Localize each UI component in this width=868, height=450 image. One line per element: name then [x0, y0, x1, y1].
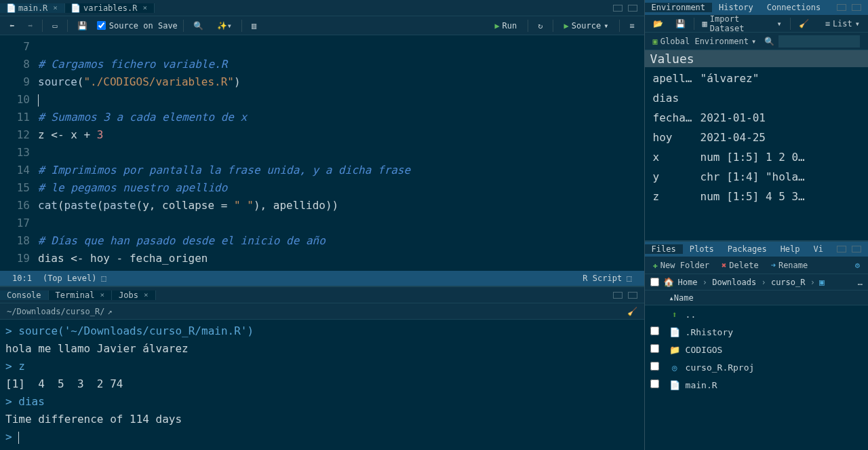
- outline-button[interactable]: ≡: [625, 20, 638, 32]
- source-icon: ▶: [564, 21, 569, 31]
- forward-button[interactable]: ➡: [24, 20, 37, 32]
- source-button[interactable]: ▶ Source ▾: [559, 20, 614, 32]
- chevron-down-icon: ▾: [604, 21, 608, 31]
- env-variable-row[interactable]: ychr [1:4] "hola…: [645, 167, 868, 187]
- console-tab[interactable]: Jobs×: [112, 290, 156, 300]
- rerun-button[interactable]: ↻: [534, 20, 547, 32]
- sort-icon[interactable]: ▴: [669, 293, 674, 303]
- console-output[interactable]: > source('~/Downloads/curso_R/main.R')ho…: [0, 320, 644, 450]
- name-column-header[interactable]: Name: [674, 293, 694, 303]
- load-workspace-button[interactable]: 📂: [649, 18, 667, 30]
- environment-search-input[interactable]: [778, 35, 860, 48]
- select-all-checkbox[interactable]: [650, 278, 659, 286]
- file-row[interactable]: 📄main.R: [645, 376, 868, 394]
- scope-selector[interactable]: ▣ Global Environment ▾: [649, 35, 761, 48]
- breadcrumb-item[interactable]: Home: [678, 278, 698, 287]
- files-panel-tab[interactable]: Files: [645, 244, 683, 254]
- file-row[interactable]: 📄.Rhistory: [645, 323, 868, 341]
- editor-window-controls: [606, 5, 644, 12]
- delete-button[interactable]: ✖ Delete: [717, 259, 763, 271]
- console-tab[interactable]: Console: [0, 290, 49, 300]
- breadcrumb-item[interactable]: Downloads: [712, 278, 756, 287]
- file-list[interactable]: ⬆..📄.Rhistory📁CODIGOS◎curso_R.Rproj📄main…: [645, 305, 868, 450]
- file-checkbox[interactable]: [650, 326, 659, 335]
- code-editor[interactable]: 78910111213141516171819 # Cargamos fiche…: [0, 35, 644, 271]
- env-variable-row[interactable]: dias: [645, 88, 868, 108]
- env-variable-row[interactable]: xnum [1:5] 1 2 0…: [645, 147, 868, 167]
- popup-icon[interactable]: ↗: [108, 307, 113, 316]
- files-panel-tab[interactable]: Plots: [683, 244, 721, 254]
- notebook-button[interactable]: ▥: [248, 20, 260, 32]
- breadcrumb-item[interactable]: curso_R: [771, 278, 806, 287]
- editor-tab[interactable]: 📄main.R×: [0, 3, 65, 13]
- console-window-controls: [606, 292, 644, 299]
- editor-status-bar: 10:1 (Top Level) ⬚ R Script ⬚: [0, 271, 644, 286]
- file-checkbox[interactable]: [650, 344, 659, 353]
- back-button[interactable]: ⬅: [5, 20, 18, 32]
- file-row[interactable]: 📁CODIGOS: [645, 341, 868, 358]
- env-var-name: x: [653, 147, 701, 167]
- minimize-icon[interactable]: [613, 5, 623, 12]
- file-name: CODIGOS: [686, 345, 723, 355]
- env-var-name: z: [653, 187, 701, 206]
- console-working-dir[interactable]: ~/Downloads/curso_R/: [7, 307, 105, 316]
- home-icon[interactable]: 🏠: [663, 277, 674, 287]
- file-checkbox[interactable]: [650, 362, 659, 371]
- minimize-icon[interactable]: [837, 4, 846, 11]
- env-tab[interactable]: History: [712, 3, 760, 12]
- env-var-name: apell…: [653, 69, 701, 88]
- env-tab[interactable]: Connections: [760, 3, 827, 12]
- editor-tab-bar: 📄main.R×📄variables.R×: [0, 0, 644, 16]
- maximize-icon[interactable]: [852, 246, 861, 252]
- code-content[interactable]: # Cargamos fichero variable.Rsource("./C…: [38, 35, 644, 271]
- save-button[interactable]: 💾: [73, 20, 92, 32]
- source-on-save-checkbox[interactable]: Source on Save: [97, 21, 178, 31]
- minimize-icon[interactable]: [837, 246, 846, 252]
- environment-list[interactable]: apell…"álvarez"diasfecha…2021-01-01hoy20…: [645, 67, 868, 240]
- save-workspace-button[interactable]: 💾: [671, 18, 690, 30]
- file-row[interactable]: ◎curso_R.Rproj: [645, 358, 868, 376]
- ellipsis-button[interactable]: …: [858, 278, 863, 287]
- rename-button[interactable]: ➜ Rename: [767, 259, 812, 271]
- clear-env-button[interactable]: 🧹: [795, 18, 813, 30]
- import-dataset-button[interactable]: ▦ Import Dataset ▾: [698, 13, 786, 35]
- close-tab-icon[interactable]: ×: [144, 290, 149, 299]
- chevron-down-icon: ▾: [776, 19, 781, 29]
- files-panel-tab[interactable]: Packages: [721, 244, 774, 254]
- file-name: main.R: [686, 380, 717, 390]
- maximize-icon[interactable]: [852, 4, 861, 11]
- console-tab[interactable]: Terminal×: [49, 290, 112, 300]
- wand-button[interactable]: ✨▾: [213, 20, 236, 32]
- editor-tab[interactable]: 📄variables.R×: [65, 3, 155, 13]
- new-folder-button[interactable]: ✚ New Folder: [649, 259, 713, 271]
- run-icon: ▶: [494, 21, 499, 31]
- rproj-icon: ◎: [669, 362, 680, 373]
- close-tab-icon[interactable]: ×: [142, 3, 147, 12]
- console-tab-bar: ConsoleTerminal×Jobs×: [0, 287, 644, 303]
- run-button[interactable]: ▶ Run: [489, 20, 522, 32]
- env-tab[interactable]: Environment: [645, 3, 712, 12]
- console-path-bar: ~/Downloads/curso_R/ ↗ 🧹: [0, 303, 644, 320]
- env-variable-row[interactable]: apell…"álvarez": [645, 69, 868, 88]
- show-in-new-window-button[interactable]: ▭: [48, 20, 61, 32]
- files-panel-tab[interactable]: Vi: [807, 244, 830, 254]
- env-variable-row[interactable]: znum [1:5] 4 5 3…: [645, 187, 868, 206]
- env-var-value: num [1:5] 1 2 0…: [701, 147, 805, 167]
- maximize-icon[interactable]: [628, 292, 637, 299]
- maximize-icon[interactable]: [628, 5, 637, 12]
- env-variable-row[interactable]: hoy2021-04-25: [645, 128, 868, 147]
- scope-indicator[interactable]: (Top Level) ⬚: [37, 274, 112, 283]
- environment-toolbar: 📂 💾 ▦ Import Dataset ▾ 🧹 ≡ List ▾: [645, 15, 868, 33]
- file-row[interactable]: ⬆..: [645, 305, 868, 323]
- clear-console-icon[interactable]: 🧹: [627, 307, 637, 316]
- more-button[interactable]: ⚙: [851, 259, 864, 271]
- close-tab-icon[interactable]: ×: [53, 3, 58, 12]
- view-mode-button[interactable]: ≡ List ▾: [821, 18, 864, 30]
- file-checkbox[interactable]: [650, 379, 659, 388]
- files-panel-tab[interactable]: Help: [774, 244, 807, 254]
- minimize-icon[interactable]: [613, 292, 623, 299]
- env-variable-row[interactable]: fecha…2021-01-01: [645, 108, 868, 128]
- close-tab-icon[interactable]: ×: [100, 290, 104, 299]
- language-indicator[interactable]: R Script ⬚: [577, 274, 637, 283]
- find-button[interactable]: 🔍: [189, 20, 208, 32]
